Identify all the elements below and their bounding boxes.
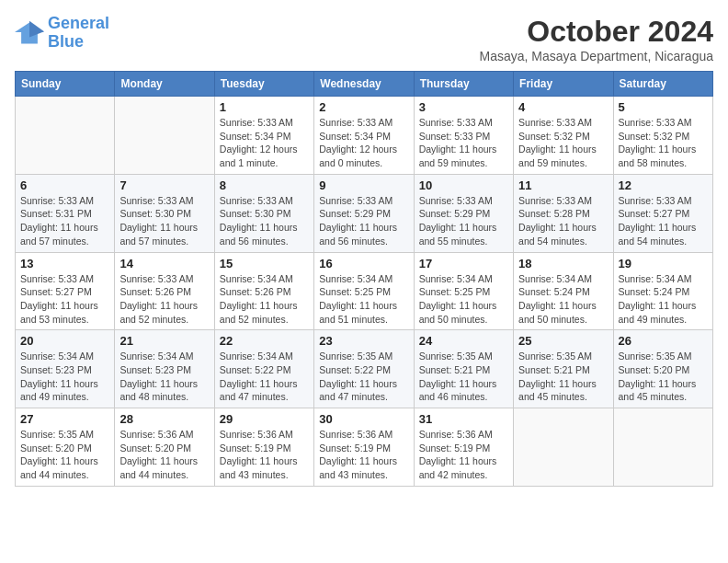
day-number: 8 [220, 178, 309, 192]
day-info: Sunrise: 5:34 AM Sunset: 5:26 PM Dayligh… [220, 272, 309, 327]
calendar-cell: 9Sunrise: 5:33 AM Sunset: 5:29 PM Daylig… [314, 174, 414, 252]
header-sunday: Sunday [16, 72, 115, 97]
calendar-cell: 6Sunrise: 5:33 AM Sunset: 5:31 PM Daylig… [16, 174, 115, 252]
day-info: Sunrise: 5:33 AM Sunset: 5:34 PM Dayligh… [319, 116, 408, 170]
calendar-cell: 13Sunrise: 5:33 AM Sunset: 5:27 PM Dayli… [16, 252, 115, 330]
header-wednesday: Wednesday [314, 72, 414, 97]
calendar-cell: 1Sunrise: 5:33 AM Sunset: 5:34 PM Daylig… [214, 97, 313, 175]
header-thursday: Thursday [414, 72, 513, 97]
day-info: Sunrise: 5:33 AM Sunset: 5:26 PM Dayligh… [119, 272, 209, 327]
day-info: Sunrise: 5:33 AM Sunset: 5:34 PM Dayligh… [220, 116, 309, 170]
day-info: Sunrise: 5:36 AM Sunset: 5:19 PM Dayligh… [220, 428, 309, 482]
location: Masaya, Masaya Department, Nicaragua [480, 49, 713, 63]
calendar-cell: 16Sunrise: 5:34 AM Sunset: 5:25 PM Dayli… [314, 252, 414, 330]
calendar-cell: 8Sunrise: 5:33 AM Sunset: 5:30 PM Daylig… [214, 174, 313, 252]
day-info: Sunrise: 5:34 AM Sunset: 5:22 PM Dayligh… [220, 350, 309, 404]
day-number: 30 [319, 412, 408, 426]
day-info: Sunrise: 5:33 AM Sunset: 5:29 PM Dayligh… [319, 194, 408, 248]
calendar-cell: 7Sunrise: 5:33 AM Sunset: 5:30 PM Daylig… [115, 174, 214, 252]
day-number: 5 [619, 100, 708, 114]
calendar-cell: 2Sunrise: 5:33 AM Sunset: 5:34 PM Daylig… [314, 97, 414, 175]
logo: General Blue [15, 15, 109, 52]
day-info: Sunrise: 5:35 AM Sunset: 5:21 PM Dayligh… [419, 350, 508, 404]
day-info: Sunrise: 5:33 AM Sunset: 5:32 PM Dayligh… [619, 116, 708, 170]
title-block: October 2024 Masaya, Masaya Department, … [480, 15, 713, 63]
day-number: 10 [419, 178, 508, 192]
day-number: 11 [518, 178, 608, 192]
day-info: Sunrise: 5:34 AM Sunset: 5:25 PM Dayligh… [419, 272, 508, 327]
day-number: 17 [419, 257, 508, 270]
day-info: Sunrise: 5:33 AM Sunset: 5:29 PM Dayligh… [419, 194, 508, 248]
day-number: 12 [619, 178, 708, 192]
header-monday: Monday [115, 72, 214, 97]
day-number: 19 [619, 257, 708, 270]
day-number: 29 [220, 412, 309, 426]
day-info: Sunrise: 5:33 AM Sunset: 5:27 PM Dayligh… [619, 194, 708, 248]
day-info: Sunrise: 5:33 AM Sunset: 5:32 PM Dayligh… [518, 116, 608, 170]
week-row-3: 20Sunrise: 5:34 AM Sunset: 5:23 PM Dayli… [16, 330, 713, 408]
month-title: October 2024 [480, 15, 713, 49]
calendar-cell: 29Sunrise: 5:36 AM Sunset: 5:19 PM Dayli… [214, 408, 313, 487]
calendar-cell: 20Sunrise: 5:34 AM Sunset: 5:23 PM Dayli… [16, 330, 115, 408]
day-info: Sunrise: 5:33 AM Sunset: 5:30 PM Dayligh… [220, 194, 309, 248]
calendar-cell: 22Sunrise: 5:34 AM Sunset: 5:22 PM Dayli… [214, 330, 313, 408]
day-number: 24 [419, 334, 508, 348]
day-info: Sunrise: 5:34 AM Sunset: 5:23 PM Dayligh… [20, 350, 109, 404]
day-number: 18 [518, 257, 608, 270]
day-number: 20 [20, 334, 109, 348]
day-number: 14 [119, 257, 209, 270]
day-number: 26 [619, 334, 708, 348]
calendar-cell [115, 97, 214, 175]
day-number: 21 [119, 334, 209, 348]
day-number: 1 [220, 100, 309, 114]
week-row-4: 27Sunrise: 5:35 AM Sunset: 5:20 PM Dayli… [16, 408, 713, 487]
day-info: Sunrise: 5:35 AM Sunset: 5:20 PM Dayligh… [20, 428, 109, 482]
day-number: 2 [319, 100, 408, 114]
logo-text: General Blue [48, 15, 109, 52]
day-number: 4 [518, 100, 608, 114]
day-number: 28 [119, 412, 209, 426]
day-info: Sunrise: 5:34 AM Sunset: 5:24 PM Dayligh… [619, 272, 708, 327]
logo-line2: Blue [48, 32, 84, 51]
day-number: 7 [119, 178, 209, 192]
day-info: Sunrise: 5:33 AM Sunset: 5:27 PM Dayligh… [20, 272, 109, 327]
calendar-cell: 17Sunrise: 5:34 AM Sunset: 5:25 PM Dayli… [414, 252, 513, 330]
calendar-table: SundayMondayTuesdayWednesdayThursdayFrid… [15, 71, 713, 487]
day-number: 15 [220, 257, 309, 270]
calendar-cell: 5Sunrise: 5:33 AM Sunset: 5:32 PM Daylig… [613, 97, 712, 175]
day-info: Sunrise: 5:33 AM Sunset: 5:28 PM Dayligh… [518, 194, 608, 248]
day-info: Sunrise: 5:34 AM Sunset: 5:25 PM Dayligh… [319, 272, 408, 327]
day-info: Sunrise: 5:34 AM Sunset: 5:23 PM Dayligh… [119, 350, 209, 404]
logo-line1: General [48, 14, 109, 32]
day-number: 3 [419, 100, 508, 114]
day-number: 9 [319, 178, 408, 192]
day-number: 13 [20, 257, 109, 270]
day-number: 22 [220, 334, 309, 348]
calendar-cell: 15Sunrise: 5:34 AM Sunset: 5:26 PM Dayli… [214, 252, 313, 330]
day-number: 31 [419, 412, 508, 426]
calendar-cell [613, 408, 712, 487]
day-info: Sunrise: 5:36 AM Sunset: 5:19 PM Dayligh… [319, 428, 408, 482]
header-friday: Friday [514, 72, 613, 97]
calendar-cell: 18Sunrise: 5:34 AM Sunset: 5:24 PM Dayli… [514, 252, 613, 330]
calendar-cell: 12Sunrise: 5:33 AM Sunset: 5:27 PM Dayli… [613, 174, 712, 252]
header-saturday: Saturday [613, 72, 712, 97]
calendar-body: 1Sunrise: 5:33 AM Sunset: 5:34 PM Daylig… [16, 97, 713, 487]
calendar-header-row: SundayMondayTuesdayWednesdayThursdayFrid… [16, 72, 713, 97]
calendar-cell: 19Sunrise: 5:34 AM Sunset: 5:24 PM Dayli… [613, 252, 712, 330]
calendar-cell: 28Sunrise: 5:36 AM Sunset: 5:20 PM Dayli… [115, 408, 214, 487]
calendar-cell: 27Sunrise: 5:35 AM Sunset: 5:20 PM Dayli… [16, 408, 115, 487]
day-number: 27 [20, 412, 109, 426]
day-number: 25 [518, 334, 608, 348]
day-info: Sunrise: 5:35 AM Sunset: 5:22 PM Dayligh… [319, 350, 408, 404]
calendar-cell: 25Sunrise: 5:35 AM Sunset: 5:21 PM Dayli… [514, 330, 613, 408]
calendar-cell [16, 97, 115, 175]
day-info: Sunrise: 5:34 AM Sunset: 5:24 PM Dayligh… [518, 272, 608, 327]
day-info: Sunrise: 5:36 AM Sunset: 5:19 PM Dayligh… [419, 428, 508, 482]
calendar-cell [514, 408, 613, 487]
calendar-cell: 31Sunrise: 5:36 AM Sunset: 5:19 PM Dayli… [414, 408, 513, 487]
day-info: Sunrise: 5:33 AM Sunset: 5:33 PM Dayligh… [419, 116, 508, 170]
day-info: Sunrise: 5:33 AM Sunset: 5:31 PM Dayligh… [20, 194, 109, 248]
calendar-cell: 21Sunrise: 5:34 AM Sunset: 5:23 PM Dayli… [115, 330, 214, 408]
calendar-cell: 23Sunrise: 5:35 AM Sunset: 5:22 PM Dayli… [314, 330, 414, 408]
